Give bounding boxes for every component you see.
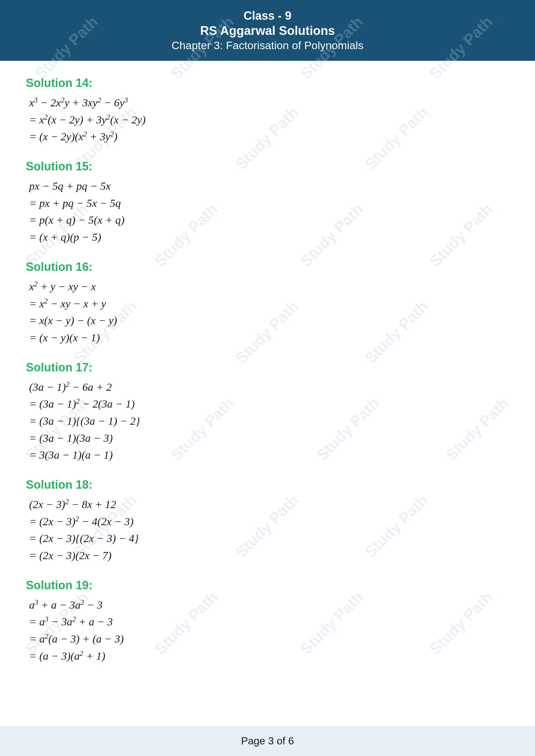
solution-15-line-3: = p(x + q) − 5(x + q) bbox=[29, 212, 509, 229]
page-footer: Page 3 of 6 bbox=[0, 726, 535, 756]
solution-16-line-3: = x(x − y) − (x − y) bbox=[29, 312, 509, 329]
solution-18-line-2: = (2x − 3)2 − 4(2x − 3) bbox=[29, 513, 509, 530]
solution-19-line-4: = (a − 3)(a2 + 1) bbox=[29, 648, 509, 665]
solution-15: Solution 15: px − 5q + pq − 5x = px + pq… bbox=[26, 160, 509, 246]
solution-19-line-2: = a3 − 3a2 + a − 3 bbox=[29, 613, 509, 631]
solution-17: Solution 17: (3a − 1)2 − 6a + 2 = (3a − … bbox=[26, 361, 509, 464]
solution-18-line-1: (2x − 3)2 − 8x + 12 bbox=[29, 496, 509, 513]
header-class: Class - 9 bbox=[13, 9, 522, 23]
solution-18-line-4: = (2x − 3)(2x − 7) bbox=[29, 547, 509, 564]
header-title: RS Aggarwal Solutions bbox=[13, 24, 522, 38]
solution-16: Solution 16: x2 + y − xy − x = x2 − xy −… bbox=[26, 260, 509, 346]
header-chapter: Chapter 3: Factorisation of Polynomials bbox=[13, 39, 522, 52]
solution-15-title: Solution 15: bbox=[26, 160, 509, 173]
solution-17-line-4: = (3a − 1)(3a − 3) bbox=[29, 430, 509, 447]
solution-16-title: Solution 16: bbox=[26, 260, 509, 274]
solution-16-line-4: = (x − y)(x − 1) bbox=[29, 329, 509, 346]
solution-15-line-2: = px + pq − 5x − 5q bbox=[29, 195, 509, 212]
solution-14-line-1: x3 − 2x2y + 3xy2 − 6y3 bbox=[29, 94, 509, 112]
solution-14-line-2: = x2(x − 2y) + 3y2(x − 2y) bbox=[29, 112, 509, 129]
solution-17-line-5: = 3(3a − 1)(a − 1) bbox=[29, 447, 509, 464]
solution-15-line-4: = (x + q)(p − 5) bbox=[29, 229, 509, 246]
solution-17-title: Solution 17: bbox=[26, 361, 509, 374]
solution-16-line-1: x2 + y − xy − x bbox=[29, 278, 509, 295]
page-header: Class - 9 RS Aggarwal Solutions Chapter … bbox=[0, 0, 535, 61]
page-info: Page 3 of 6 bbox=[241, 735, 294, 747]
solution-18: Solution 18: (2x − 3)2 − 8x + 12 = (2x −… bbox=[26, 478, 509, 564]
solution-17-line-1: (3a − 1)2 − 6a + 2 bbox=[29, 379, 509, 396]
solution-17-line-3: = (3a − 1){(3a − 1) − 2} bbox=[29, 413, 509, 430]
solution-19: Solution 19: a3 + a − 3a2 − 3 = a3 − 3a2… bbox=[26, 579, 509, 665]
solution-18-title: Solution 18: bbox=[26, 478, 509, 492]
solution-17-line-2: = (3a − 1)2 − 2(3a − 1) bbox=[29, 395, 509, 413]
solution-15-line-1: px − 5q + pq − 5x bbox=[29, 178, 509, 195]
solution-14-line-3: = (x − 2y)(x2 + 3y2) bbox=[29, 128, 509, 146]
solution-19-line-3: = a2(a − 3) + (a − 3) bbox=[29, 631, 509, 648]
main-content: Solution 14: x3 − 2x2y + 3xy2 − 6y3 = x2… bbox=[0, 61, 535, 705]
solution-18-line-3: = (2x − 3){(2x − 3) − 4} bbox=[29, 530, 509, 547]
solution-19-title: Solution 19: bbox=[26, 579, 509, 592]
solution-14-title: Solution 14: bbox=[26, 76, 509, 90]
solution-16-line-2: = x2 − xy − x + y bbox=[29, 295, 509, 312]
solution-19-line-1: a3 + a − 3a2 − 3 bbox=[29, 597, 509, 614]
solution-14: Solution 14: x3 − 2x2y + 3xy2 − 6y3 = x2… bbox=[26, 76, 509, 146]
